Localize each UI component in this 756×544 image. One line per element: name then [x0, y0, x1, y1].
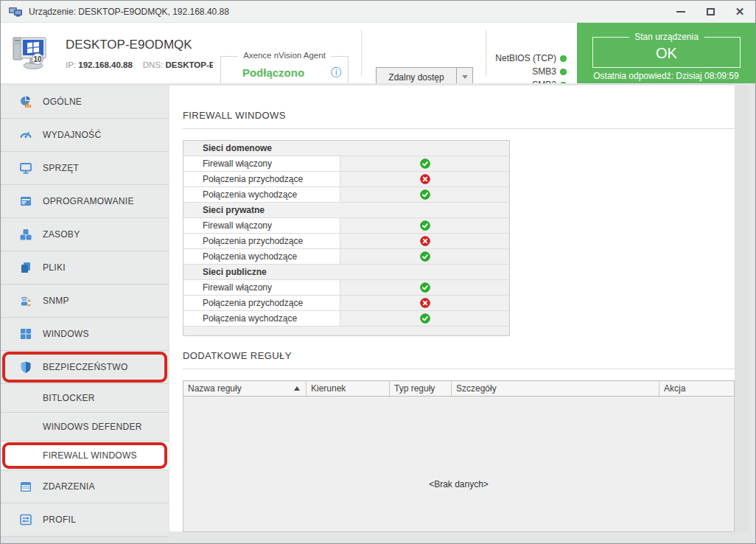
firewall-panel: FIREWALL WINDOWS Sieci domenoweFirewall …: [169, 86, 735, 531]
sidebar-item-sprz-t[interactable]: SPRZĘT: [1, 152, 169, 185]
rules-empty-state: <Brak danych>: [183, 397, 735, 532]
firewall-row-label: Firewall włączony: [183, 156, 340, 171]
calendar-icon: [19, 480, 32, 493]
rules-column-kierunek[interactable]: Kierunek: [307, 381, 390, 396]
firewall-row-po-czenia-przychodz-ce: Połączenia przychodzące: [183, 234, 509, 249]
sidebar-item-label: FIREWALL WINDOWS: [43, 450, 137, 461]
content-area: FIREWALL WINDOWS Sieci domenoweFirewall …: [169, 83, 755, 543]
minimize-button[interactable]: [676, 7, 686, 17]
firewall-group-sieci-publiczne: Sieci publiczne: [183, 265, 509, 280]
sidebar-item-profil[interactable]: PROFIL: [1, 503, 169, 537]
block-circle-icon: [340, 296, 509, 310]
protocol-label: NetBIOS (TCP): [495, 53, 556, 63]
titlebar[interactable]: Urządzenie: DESKTOP-E9ODMQK, 192.168.40.…: [1, 1, 755, 23]
sidebar-item-label: ZASOBY: [43, 229, 80, 240]
device-titlebar-icon: [8, 6, 23, 18]
sidebar-item-snmp[interactable]: SNMP: [1, 285, 169, 318]
sidebar-item-oprogramowanie[interactable]: OPROGRAMOWANIE: [1, 185, 169, 218]
protocol-smb3: SMB3: [478, 66, 567, 77]
sort-asc-icon: [294, 386, 300, 391]
ip-value: 192.168.40.88: [78, 60, 133, 69]
sliders-icon: [19, 513, 32, 526]
svg-text:10: 10: [33, 55, 42, 63]
sidebar-item-windows[interactable]: WINDOWS: [1, 318, 169, 351]
firewall-row-label: Połączenia wychodzące: [183, 187, 340, 202]
firewall-row-firewall-w-czony: Firewall włączony: [183, 218, 509, 234]
device-address: IP: 192.168.40.88DNS: DESKTOP-E: [66, 60, 213, 69]
rules-column-nazwa-regu-y[interactable]: Nazwa reguły: [183, 381, 307, 396]
column-label: Nazwa reguły: [188, 383, 242, 394]
sidebar-item-zdarzenia[interactable]: ZDARZENIA: [1, 470, 169, 503]
monitor-icon: [19, 161, 32, 175]
firewall-row-po-czenia-przychodz-ce: Połączenia przychodzące: [183, 296, 509, 311]
info-icon[interactable]: ⓘ: [331, 66, 341, 80]
device-window: Urządzenie: DESKTOP-E9ODMQK, 192.168.40.…: [0, 0, 756, 544]
column-label: Akcja: [664, 383, 685, 394]
window-title: Urządzenie: DESKTOP-E9ODMQK, 192.168.40.…: [29, 7, 676, 17]
ip-label: IP:: [66, 60, 76, 69]
sidebar-item-label: OPROGRAMOWANIE: [43, 196, 134, 206]
device-state-status: OK: [593, 45, 740, 62]
device-state-legend: Stan urządzenia: [629, 32, 704, 42]
header-divider: [361, 30, 362, 76]
device-state-box: Stan urządzenia OK: [592, 37, 741, 68]
sidebar-item-zasoby[interactable]: ZASOBY: [1, 218, 169, 251]
firewall-row-po-czenia-przychodz-ce: Połączenia przychodzące: [183, 172, 509, 187]
firewall-row-label: Firewall włączony: [183, 218, 340, 233]
agent-box-legend: Axence nVision Agent: [238, 51, 331, 60]
sidebar-item-bezpiecze-stwo[interactable]: BEZPIECZEŃSTWO: [1, 351, 169, 384]
column-label: Typ reguły: [394, 383, 435, 394]
check-circle-icon: [340, 280, 509, 295]
sidebar-item-label: SNMP: [43, 296, 69, 306]
firewall-row-po-czenia-wychodz-ce: Połączenia wychodzące: [183, 311, 509, 327]
sidebar: OGÓLNEWYDAJNOŚĆSPRZĘTOPROGRAMOWANIEZASOB…: [1, 83, 169, 543]
sidebar-item-label: WINDOWS DEFENDER: [43, 422, 142, 432]
firewall-section-title: FIREWALL WINDOWS: [183, 110, 735, 121]
sidebar-item-label: PLIKI: [43, 262, 66, 273]
sidebar-item-label: SPRZĘT: [43, 163, 79, 173]
rules-column-szczeg-y[interactable]: Szczegóły: [452, 381, 659, 396]
firewall-group-sieci-domenowe: Sieci domenowe: [183, 141, 509, 156]
column-label: Kierunek: [311, 383, 346, 394]
app-window-icon: [19, 195, 32, 208]
last-response: Ostatnia odpowiedź: Dzisiaj 08:09:59: [577, 71, 755, 81]
dns-value: DESKTOP-E: [166, 60, 214, 69]
firewall-table: Sieci domenoweFirewall włączonyPołączeni…: [183, 140, 510, 336]
maximize-button[interactable]: [705, 7, 715, 17]
sidebar-item-og-lne[interactable]: OGÓLNE: [1, 86, 169, 119]
chevron-down-icon: [462, 75, 468, 79]
sidebar-item-label: WYDAJNOŚĆ: [43, 130, 101, 140]
firewall-row-label: Połączenia wychodzące: [183, 249, 340, 264]
sidebar-item-bitlocker[interactable]: BITLOCKER: [1, 384, 169, 413]
firewall-row-label: Połączenia przychodzące: [183, 234, 340, 248]
close-button[interactable]: ✕: [735, 7, 745, 17]
vertical-scrollbar[interactable]: [735, 86, 749, 531]
gauge-icon: [19, 128, 32, 142]
status-dot-icon: [560, 55, 567, 62]
rules-column-akcja[interactable]: Akcja: [659, 381, 734, 396]
device-name: DESKTOP-E9ODMQK: [66, 38, 192, 52]
firewall-row-po-czenia-wychodz-ce: Połączenia wychodzące: [183, 187, 509, 203]
sidebar-item-label: PROFIL: [43, 515, 76, 525]
protocol-label: SMB3: [532, 66, 556, 77]
sidebar-item-firewall-windows[interactable]: FIREWALL WINDOWS: [1, 442, 169, 470]
rules-column-typ-regu-y[interactable]: Typ reguły: [390, 381, 452, 396]
snmp-icon: [19, 294, 32, 307]
check-circle-icon: [340, 187, 509, 202]
pie-chart-icon: [19, 95, 32, 108]
check-circle-icon: [340, 249, 509, 264]
section-divider: [183, 369, 735, 369]
device-header: 10 DESKTOP-E9ODMQK IP: 192.168.40.88DNS:…: [1, 23, 755, 83]
shield-icon: [19, 360, 32, 374]
files-icon: [19, 261, 32, 274]
check-circle-icon: [340, 218, 509, 233]
sidebar-item-wydajno[interactable]: WYDAJNOŚĆ: [1, 119, 169, 152]
firewall-row-firewall-w-czony: Firewall włączony: [183, 156, 509, 172]
sidebar-item-pliki[interactable]: PLIKI: [1, 251, 169, 285]
agent-status: Podłączono: [221, 66, 326, 79]
windows-pc-icon: 10: [11, 33, 52, 72]
check-circle-icon: [340, 156, 509, 171]
sidebar-item-windows-defender[interactable]: WINDOWS DEFENDER: [1, 413, 169, 442]
firewall-row-label: Połączenia wychodzące: [183, 311, 340, 326]
section-divider: [183, 128, 735, 129]
